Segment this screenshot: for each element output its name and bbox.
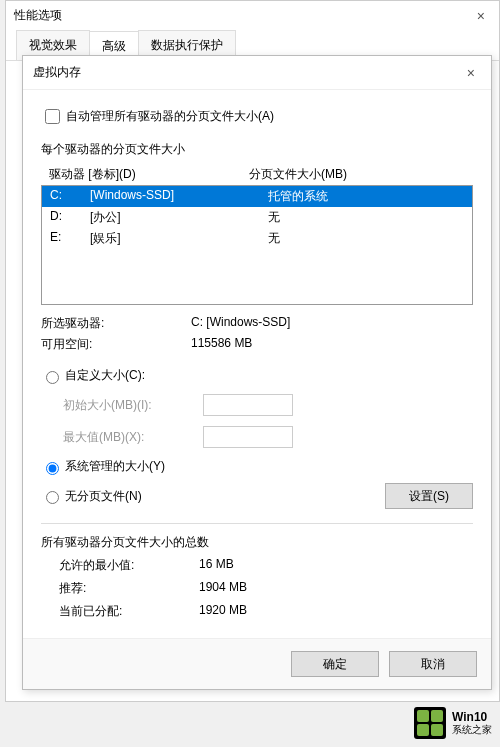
min-allowed-row: 允许的最小值: 16 MB (59, 557, 473, 574)
custom-size-row: 自定义大小(C): (41, 367, 473, 384)
system-managed-label: 系统管理的大小(Y) (65, 458, 165, 475)
max-size-input[interactable] (203, 426, 293, 448)
no-paging-row: 无分页文件(N) (41, 488, 142, 505)
max-size-row: 最大值(MB)(X): (63, 426, 473, 448)
selected-drive-value: C: [Windows-SSD] (191, 315, 473, 332)
drive-label: [娱乐] (90, 230, 250, 247)
current-value: 1920 MB (199, 603, 247, 620)
drive-label: [Windows-SSD] (90, 188, 250, 205)
vm-close-icon[interactable]: × (461, 65, 481, 81)
selected-drive-row: 所选驱动器: C: [Windows-SSD] (41, 315, 473, 332)
virtual-memory-dialog: 虚拟内存 × 自动管理所有驱动器的分页文件大小(A) 每个驱动器的分页文件大小 … (22, 55, 492, 690)
no-paging-label: 无分页文件(N) (65, 488, 142, 505)
selected-drive-label: 所选驱动器: (41, 315, 191, 332)
divider (41, 523, 473, 524)
col-size-header: 分页文件大小(MB) (249, 166, 465, 183)
free-space-row: 可用空间: 115586 MB (41, 336, 473, 353)
initial-size-row: 初始大小(MB)(I): (63, 394, 473, 416)
drive-size: 托管的系统 (250, 188, 464, 205)
drive-letter: E: (50, 230, 90, 247)
watermark-title: Win10 (452, 711, 492, 724)
custom-size-label: 自定义大小(C): (65, 367, 145, 384)
drive-row-c[interactable]: C: [Windows-SSD] 托管的系统 (42, 186, 472, 207)
system-managed-row: 系统管理的大小(Y) (41, 458, 473, 475)
vm-titlebar: 虚拟内存 × (23, 56, 491, 90)
drive-letter: C: (50, 188, 90, 205)
max-size-label: 最大值(MB)(X): (63, 429, 203, 446)
watermark: Win10 系统之家 (414, 707, 492, 739)
set-button[interactable]: 设置(S) (385, 483, 473, 509)
drive-label: [办公] (90, 209, 250, 226)
custom-size-radio[interactable] (46, 371, 59, 384)
no-paging-radio[interactable] (46, 491, 59, 504)
drive-row-d[interactable]: D: [办公] 无 (42, 207, 472, 228)
watermark-subtitle: 系统之家 (452, 724, 492, 735)
recommended-value: 1904 MB (199, 580, 247, 597)
cancel-button[interactable]: 取消 (389, 651, 477, 677)
parent-titlebar: 性能选项 × (6, 1, 499, 30)
vm-title: 虚拟内存 (33, 64, 81, 81)
recommended-row: 推荐: 1904 MB (59, 580, 473, 597)
drive-size: 无 (250, 209, 464, 226)
dialog-buttons: 确定 取消 (23, 638, 491, 689)
system-managed-radio[interactable] (46, 462, 59, 475)
totals-label: 所有驱动器分页文件大小的总数 (41, 534, 473, 551)
free-space-label: 可用空间: (41, 336, 191, 353)
drive-size: 无 (250, 230, 464, 247)
drive-list-header: 驱动器 [卷标](D) 分页文件大小(MB) (41, 164, 473, 185)
col-drive-header: 驱动器 [卷标](D) (49, 166, 249, 183)
drive-list[interactable]: C: [Windows-SSD] 托管的系统 D: [办公] 无 E: [娱乐]… (41, 185, 473, 305)
current-row: 当前已分配: 1920 MB (59, 603, 473, 620)
min-allowed-value: 16 MB (199, 557, 234, 574)
watermark-text: Win10 系统之家 (452, 711, 492, 735)
ok-button[interactable]: 确定 (291, 651, 379, 677)
free-space-value: 115586 MB (191, 336, 473, 353)
parent-close-icon[interactable]: × (471, 8, 491, 24)
min-allowed-label: 允许的最小值: (59, 557, 199, 574)
watermark-logo-icon (414, 707, 446, 739)
auto-manage-row: 自动管理所有驱动器的分页文件大小(A) (41, 106, 473, 127)
current-label: 当前已分配: (59, 603, 199, 620)
auto-manage-label: 自动管理所有驱动器的分页文件大小(A) (66, 108, 274, 125)
drive-letter: D: (50, 209, 90, 226)
drive-row-e[interactable]: E: [娱乐] 无 (42, 228, 472, 249)
auto-manage-checkbox[interactable] (45, 109, 60, 124)
each-drive-label: 每个驱动器的分页文件大小 (41, 141, 473, 158)
parent-title: 性能选项 (14, 7, 62, 24)
initial-size-label: 初始大小(MB)(I): (63, 397, 203, 414)
recommended-label: 推荐: (59, 580, 199, 597)
initial-size-input[interactable] (203, 394, 293, 416)
